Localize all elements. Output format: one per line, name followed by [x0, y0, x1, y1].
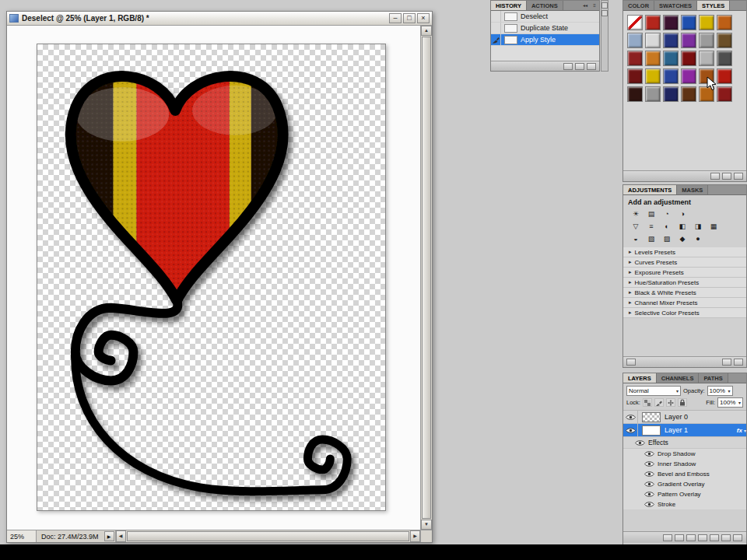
fill-input[interactable]: 100% ▾ — [717, 397, 743, 408]
new-document-from-state-button[interactable] — [563, 63, 573, 70]
tab-layers[interactable]: LAYERS — [623, 373, 657, 383]
effect-row[interactable]: Pattern Overlay — [623, 489, 746, 499]
opacity-input[interactable]: 100% ▾ — [707, 386, 733, 396]
visibility-eye-icon[interactable] — [634, 439, 645, 446]
new-adjustment-layer-button[interactable] — [698, 534, 707, 541]
layer-thumbnail[interactable] — [642, 412, 661, 422]
collapse-effects-icon[interactable]: ▾ — [744, 428, 746, 433]
tab-color[interactable]: COLOR — [623, 1, 654, 10]
history-brush-gutter[interactable] — [491, 34, 501, 45]
history-brush-gutter[interactable] — [491, 23, 501, 33]
effect-row[interactable]: Bevel and Emboss — [623, 469, 746, 479]
style-swatch[interactable] — [663, 68, 679, 84]
visibility-eye-icon[interactable] — [644, 491, 654, 498]
style-swatch[interactable] — [645, 86, 661, 102]
scroll-right-icon[interactable]: ▶ — [410, 530, 420, 542]
document-canvas[interactable] — [37, 44, 386, 511]
scroll-down-icon[interactable]: ▼ — [421, 520, 432, 530]
tab-paths[interactable]: PATHS — [699, 373, 728, 383]
channel-mixer-icon[interactable]: ▦ — [707, 222, 720, 231]
style-swatch[interactable] — [627, 51, 643, 66]
zoom-level[interactable]: 25% — [7, 530, 37, 542]
tab-swatches[interactable]: SWATCHES — [654, 1, 697, 10]
style-swatch[interactable] — [699, 33, 714, 48]
effect-row[interactable]: Stroke — [623, 499, 746, 509]
exposure-icon[interactable]: ◑ — [676, 209, 689, 219]
history-brush-gutter[interactable] — [491, 11, 501, 22]
style-swatch[interactable] — [627, 68, 643, 84]
blend-mode-select[interactable]: Normal ▾ — [626, 386, 681, 396]
style-swatch[interactable] — [645, 33, 661, 48]
panel-menu-icon[interactable]: ≡ — [590, 1, 599, 10]
gradient-map-icon[interactable]: ◆ — [676, 234, 689, 243]
new-style-button[interactable] — [722, 173, 731, 180]
visibility-eye-icon[interactable] — [623, 424, 638, 436]
preset-row[interactable]: ▸Black & White Presets — [623, 288, 746, 298]
new-group-button[interactable] — [710, 534, 719, 541]
style-swatch[interactable] — [663, 86, 679, 102]
status-popup-button[interactable]: ▶ — [104, 531, 114, 541]
scroll-left-icon[interactable]: ◀ — [116, 530, 126, 542]
style-swatch[interactable] — [681, 68, 696, 84]
close-button[interactable]: × — [417, 13, 430, 23]
style-swatch[interactable] — [681, 33, 696, 48]
layer-row-layer0[interactable]: Layer 0 — [623, 411, 746, 424]
new-snapshot-button[interactable] — [575, 63, 584, 70]
preset-row[interactable]: ▸Hue/Saturation Presets — [623, 278, 746, 288]
effect-row[interactable]: Gradient Overlay — [623, 479, 746, 489]
document-window[interactable]: Deselect @ 25% (Layer 1, RGB/8) * – □ × — [6, 11, 433, 543]
style-swatch[interactable] — [717, 68, 732, 84]
layer-effects-badge[interactable]: fx — [737, 427, 744, 434]
color-balance-icon[interactable]: ◐ — [661, 222, 673, 231]
minimize-button[interactable]: – — [389, 13, 402, 23]
levels-icon[interactable]: ▤ — [645, 209, 658, 219]
dock-grip[interactable] — [601, 10, 608, 16]
visibility-eye-icon[interactable] — [644, 501, 654, 508]
layer-thumbnail[interactable] — [642, 425, 661, 436]
style-swatch[interactable] — [699, 51, 714, 66]
lock-position-icon[interactable] — [666, 398, 675, 407]
add-layer-style-button[interactable] — [675, 534, 684, 541]
vertical-scroll-thumb[interactable] — [422, 37, 431, 519]
style-swatch[interactable] — [717, 33, 732, 48]
horizontal-scrollbar[interactable]: ◀ ▶ — [115, 530, 420, 542]
visibility-eye-icon[interactable] — [644, 471, 654, 478]
vibrance-icon[interactable]: ▽ — [630, 222, 642, 231]
style-swatch[interactable] — [627, 86, 643, 102]
style-swatch[interactable] — [645, 15, 661, 30]
new-layer-button[interactable] — [721, 534, 731, 541]
black-white-icon[interactable]: ◧ — [676, 222, 689, 231]
tab-history[interactable]: HISTORY — [491, 1, 527, 10]
history-item[interactable]: Duplicate State — [491, 23, 599, 34]
curves-icon[interactable]: ◔ — [661, 209, 673, 219]
horizontal-scroll-thumb[interactable] — [127, 531, 409, 541]
tab-masks[interactable]: MASKS — [677, 185, 708, 194]
tab-actions[interactable]: ACTIONS — [527, 1, 563, 10]
link-layers-button[interactable] — [663, 534, 672, 541]
tab-adjustments[interactable]: ADJUSTMENTS — [623, 185, 677, 194]
style-swatch[interactable] — [681, 15, 696, 30]
delete-adjustment-button[interactable] — [734, 359, 743, 366]
visibility-eye-icon[interactable] — [623, 411, 638, 423]
tab-channels[interactable]: CHANNELS — [657, 373, 700, 383]
effect-row[interactable]: Inner Shadow — [623, 459, 746, 469]
preset-row[interactable]: ▸Selective Color Presets — [623, 308, 746, 318]
style-swatch[interactable] — [681, 51, 696, 66]
style-swatch[interactable] — [663, 33, 679, 48]
collapse-panel-icon[interactable]: ◂◂ — [580, 1, 590, 10]
clear-style-button[interactable] — [710, 173, 720, 180]
history-item[interactable]: Apply Style — [491, 34, 599, 46]
tab-styles[interactable]: STYLES — [697, 1, 730, 10]
history-item[interactable]: Deselect — [491, 11, 599, 23]
hue-saturation-icon[interactable]: ≡ — [645, 222, 658, 231]
preset-row[interactable]: ▸Channel Mixer Presets — [623, 298, 746, 308]
threshold-icon[interactable]: ▨ — [661, 234, 673, 243]
layer-row-layer1[interactable]: Layer 1 fx ▾ — [623, 424, 746, 437]
invert-icon[interactable]: ◒ — [630, 234, 642, 243]
delete-state-button[interactable] — [587, 63, 596, 70]
selective-color-icon[interactable]: ● — [692, 234, 704, 243]
style-swatch[interactable] — [717, 86, 732, 102]
delete-style-button[interactable] — [734, 173, 743, 180]
lock-transparent-pixels-icon[interactable] — [643, 398, 652, 407]
lock-all-icon[interactable] — [678, 398, 687, 407]
